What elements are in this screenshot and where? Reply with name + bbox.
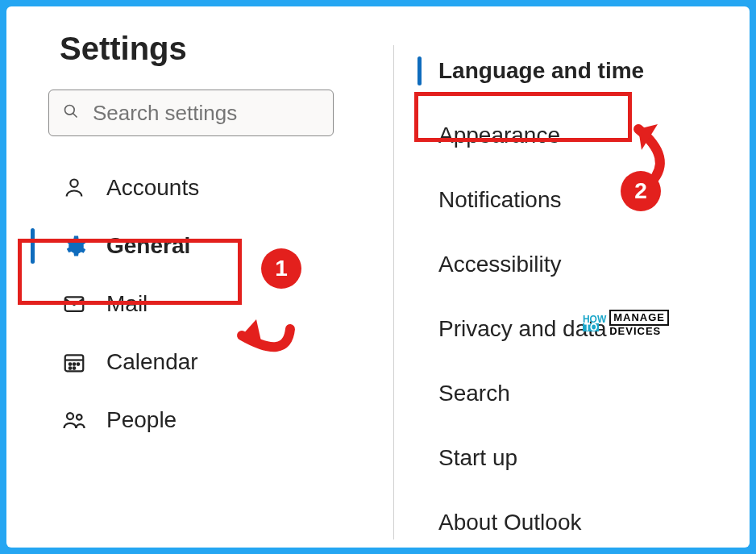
svg-point-8	[77, 363, 80, 365]
sub-item-label: Search	[438, 381, 510, 406]
sub-item-accessibility[interactable]: Accessibility	[417, 232, 741, 297]
sub-item-appearance[interactable]: Appearance	[417, 103, 741, 168]
svg-point-10	[73, 367, 76, 369]
settings-right-panel: Language and time Appearance Notificatio…	[393, 6, 750, 548]
mail-icon	[60, 289, 89, 319]
search-field-wrap	[48, 90, 334, 136]
svg-point-11	[67, 413, 73, 419]
settings-window: Settings Accounts	[6, 6, 750, 548]
sub-item-label: About Outlook	[438, 510, 581, 535]
nav-label: People	[106, 407, 177, 433]
svg-point-12	[77, 414, 82, 420]
svg-point-6	[69, 363, 72, 365]
sub-item-startup[interactable]: Start up	[417, 426, 741, 490]
sub-item-about[interactable]: About Outlook	[417, 490, 741, 548]
sub-item-label: Language and time	[438, 58, 644, 84]
search-input[interactable]	[48, 90, 334, 136]
nav-label: General	[106, 233, 190, 259]
general-subnav: Language and time Appearance Notificatio…	[417, 39, 741, 548]
nav-label: Mail	[106, 291, 147, 317]
nav-label: Calendar	[106, 349, 198, 375]
sub-item-label: Notifications	[438, 187, 562, 213]
people-icon	[60, 406, 89, 435]
nav-label: Accounts	[106, 175, 199, 201]
panel-divider	[393, 45, 394, 539]
sub-item-label: Start up	[438, 445, 517, 471]
nav-item-calendar[interactable]: Calendar	[45, 333, 355, 391]
gear-icon	[60, 231, 89, 260]
nav-item-mail[interactable]: Mail	[45, 275, 355, 333]
sub-item-privacy[interactable]: Privacy and data	[417, 297, 741, 361]
sub-item-notifications[interactable]: Notifications	[417, 168, 741, 232]
svg-line-1	[73, 114, 77, 118]
search-icon	[63, 103, 79, 123]
calendar-icon	[60, 348, 89, 377]
nav-item-general[interactable]: General	[45, 217, 355, 275]
svg-point-7	[73, 363, 76, 365]
svg-point-0	[65, 106, 75, 115]
svg-point-9	[69, 367, 72, 369]
sub-item-language-time[interactable]: Language and time	[417, 39, 741, 103]
sub-item-label: Appearance	[438, 123, 560, 148]
page-title: Settings	[60, 31, 355, 67]
svg-point-2	[70, 180, 77, 187]
sub-item-label: Accessibility	[438, 252, 561, 277]
sub-item-label: Privacy and data	[438, 316, 607, 342]
sub-item-search[interactable]: Search	[417, 361, 741, 426]
nav-item-accounts[interactable]: Accounts	[45, 159, 355, 217]
person-icon	[60, 173, 89, 202]
nav-item-people[interactable]: People	[45, 391, 355, 449]
settings-nav: Accounts General Mail	[45, 159, 355, 449]
settings-left-panel: Settings Accounts	[6, 6, 393, 548]
